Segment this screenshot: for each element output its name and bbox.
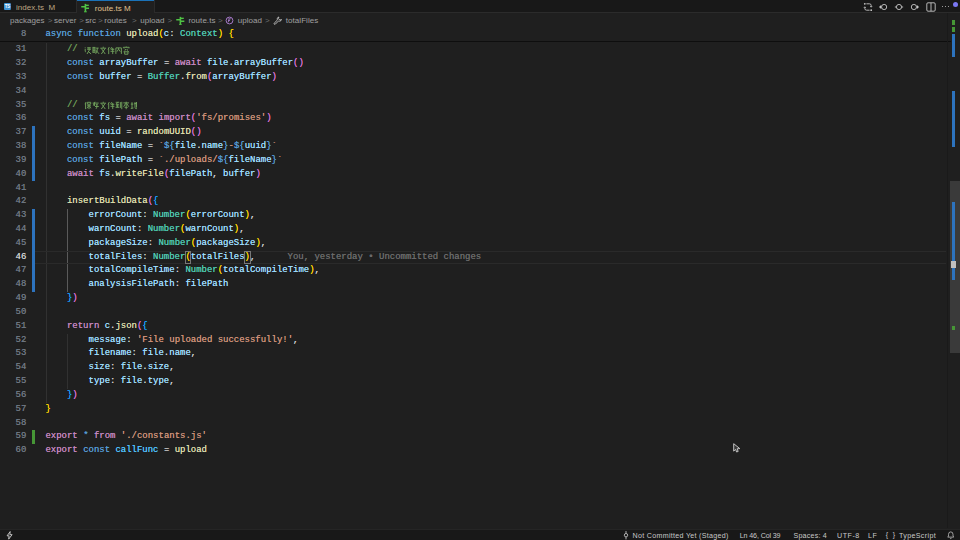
svg-text:TS: TS: [5, 4, 11, 9]
